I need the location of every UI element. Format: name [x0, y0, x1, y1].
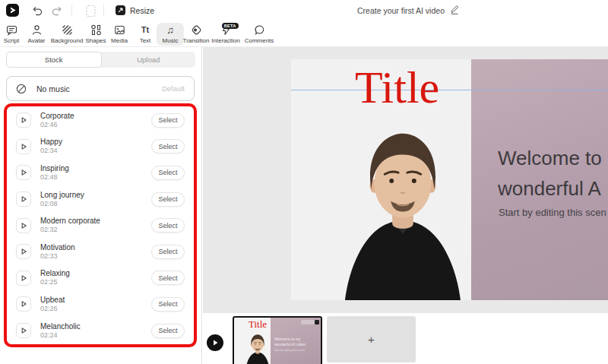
play-track-button[interactable]	[16, 139, 31, 154]
track-duration: 02:33	[40, 252, 75, 261]
no-music-icon	[16, 84, 27, 94]
tab-comments[interactable]: Comments	[242, 23, 277, 46]
music-panel: Stock Upload No music Default Corporate0…	[0, 47, 202, 364]
select-track-button[interactable]: Select	[151, 271, 185, 285]
track-row: Upbeat02:26 Select	[7, 291, 194, 318]
select-track-button[interactable]: Select	[151, 324, 185, 338]
slide-thumbnail-selected[interactable]: Title Welcome to my wonderful AI video. …	[233, 316, 322, 364]
stock-upload-tabs: Stock Upload	[6, 52, 195, 68]
script-icon	[6, 24, 17, 36]
tab-avatar[interactable]: Avatar	[24, 23, 49, 46]
select-track-button[interactable]: Select	[151, 139, 185, 154]
track-row: Corporate02:46 Select	[7, 107, 194, 134]
background-icon	[62, 24, 73, 36]
divider	[103, 5, 104, 17]
transition-icon	[191, 24, 202, 36]
track-name: Relaxing	[40, 269, 70, 278]
tab-label: Comments	[245, 37, 274, 44]
tab-text[interactable]: Tt Text	[132, 23, 158, 46]
tab-shapes[interactable]: Shapes	[82, 23, 109, 46]
play-track-button[interactable]	[16, 112, 31, 128]
media-icon	[114, 24, 125, 36]
select-track-button[interactable]: Select	[151, 297, 185, 312]
track-duration: 02:24	[40, 331, 81, 340]
presenter-avatar[interactable]	[328, 126, 478, 300]
play-track-button[interactable]	[16, 165, 31, 180]
slide-canvas[interactable]: Title Welcome to wonderful A Start by ed…	[291, 59, 608, 300]
frame-button[interactable]	[84, 4, 97, 17]
tab-label: Script	[4, 37, 19, 44]
tab-label: Transition	[183, 37, 210, 44]
play-track-button[interactable]	[16, 271, 31, 286]
text-icon: Tt	[141, 24, 149, 36]
thumb-presenter-avatar	[242, 333, 273, 364]
track-name: Happy	[40, 138, 62, 147]
document-title[interactable]: Create your first AI video	[357, 6, 445, 15]
track-row: Relaxing02:25 Select	[7, 265, 194, 292]
resize-icon	[116, 5, 125, 17]
select-track-button[interactable]: Select	[151, 192, 185, 207]
track-name: Long journey	[40, 191, 84, 200]
track-duration: 02:46	[40, 121, 74, 129]
play-track-button[interactable]	[16, 191, 31, 207]
tab-label: Media	[111, 37, 128, 44]
tab-label: Shapes	[85, 37, 106, 44]
track-row: Modern corporate02:32 Select	[7, 212, 194, 239]
watermark-badge	[301, 320, 319, 324]
preview-play-button[interactable]	[207, 334, 223, 351]
play-track-button[interactable]	[16, 296, 31, 312]
tab-background[interactable]: Background	[47, 23, 87, 46]
play-track-button[interactable]	[16, 244, 31, 259]
track-name: Modern corporate	[40, 217, 100, 226]
slide-welcome-text[interactable]: Welcome to wonderful A	[498, 143, 602, 204]
undo-button[interactable]	[30, 4, 44, 17]
resize-button[interactable]: Resize	[116, 3, 154, 18]
select-track-button[interactable]: Select	[151, 166, 185, 180]
track-name: Motivation	[40, 243, 75, 252]
tab-interaction[interactable]: BETA Interaction	[208, 23, 243, 46]
thumb-welcome-text: Welcome to my wonderful AI video. Start …	[274, 337, 306, 353]
track-duration: 02:48	[40, 173, 69, 182]
music-icon: ♫	[166, 24, 174, 36]
track-name: Upbeat	[40, 296, 65, 305]
thumb-title-text: Title	[249, 318, 267, 331]
track-duration: 02:34	[40, 147, 62, 155]
avatar-icon	[31, 24, 43, 36]
app-logo-icon[interactable]	[6, 4, 19, 17]
tab-upload[interactable]: Upload	[102, 52, 196, 68]
track-row: Happy02:34 Select	[7, 134, 194, 160]
edit-title-icon[interactable]	[450, 5, 459, 16]
no-music-label: No music	[36, 84, 70, 93]
beta-badge: BETA	[222, 23, 239, 29]
track-duration: 02:25	[40, 278, 70, 286]
default-badge: Default	[162, 84, 185, 93]
track-duration: 02:26	[40, 305, 65, 313]
select-track-button[interactable]: Select	[151, 113, 185, 128]
select-track-button[interactable]: Select	[151, 245, 185, 259]
interaction-icon: BETA	[220, 24, 232, 36]
alignment-guide-line	[291, 90, 608, 90]
redo-button[interactable]	[50, 4, 64, 17]
track-row: Motivation02:33 Select	[7, 239, 194, 265]
track-name: Corporate	[40, 112, 74, 121]
no-music-row[interactable]: No music Default	[6, 76, 195, 101]
play-track-button[interactable]	[16, 323, 31, 338]
tab-label: Text	[140, 37, 151, 44]
add-slide-button[interactable]: +	[327, 316, 416, 362]
slide-subtitle-text[interactable]: Start by editing this scen	[499, 207, 606, 218]
play-track-button[interactable]	[16, 218, 31, 233]
resize-label: Resize	[130, 6, 154, 15]
track-name: Inspiring	[40, 164, 69, 173]
slide-title-text[interactable]: Title	[355, 62, 439, 112]
track-row: Melancholic02:24 Select	[7, 318, 194, 344]
tab-script[interactable]: Script	[0, 23, 23, 46]
select-track-button[interactable]: Select	[151, 218, 185, 233]
tab-stock[interactable]: Stock	[6, 52, 102, 68]
divider	[71, 5, 72, 17]
watermark-logo-icon	[315, 320, 319, 324]
tab-label: Background	[51, 37, 84, 44]
toolbar: Script Avatar Background Shapes Media Tt…	[0, 21, 608, 47]
topbar: Resize Create your first AI video	[0, 0, 608, 21]
track-row: Long journey02:08 Select	[7, 186, 194, 213]
tab-media[interactable]: Media	[106, 23, 132, 46]
